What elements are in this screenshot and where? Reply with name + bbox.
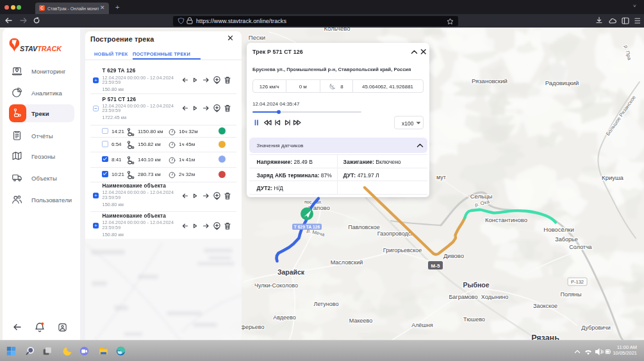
svg-text:Т 629 ТА 126: Т 629 ТА 126 xyxy=(294,225,320,229)
